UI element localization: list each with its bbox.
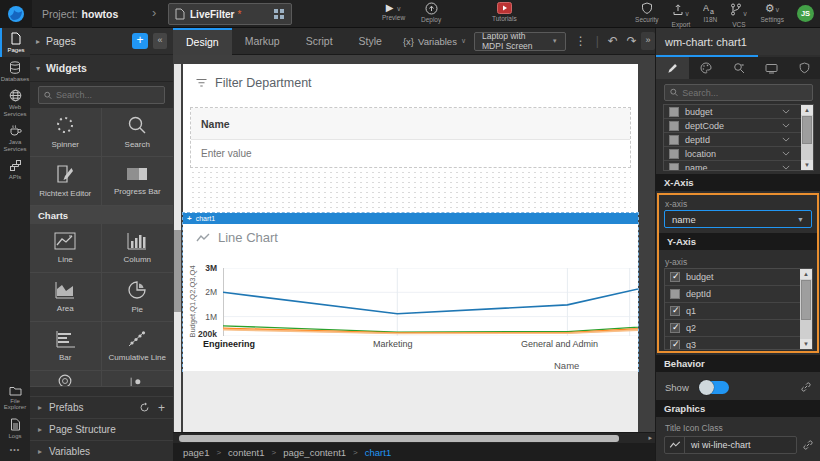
breadcrumb-page1[interactable]: page1 (183, 447, 209, 458)
move-icon[interactable]: + (187, 214, 192, 223)
vcs-button[interactable]: ∨ VCS (730, 2, 747, 28)
tab-device[interactable] (755, 57, 788, 79)
tab-properties[interactable] (656, 57, 689, 79)
undo-button[interactable]: ↶ (608, 34, 618, 48)
tab-security[interactable] (788, 57, 820, 79)
scroll-right-arrow[interactable]: ▸ (648, 434, 652, 442)
widget-search-input[interactable] (56, 90, 159, 100)
breadcrumb-chart1[interactable]: chart1 (365, 447, 391, 458)
name-field-input[interactable] (201, 148, 620, 159)
variables-dropdown[interactable]: {x} Variables ∨ (403, 36, 466, 47)
widget-progress-bar[interactable]: Progress Bar (102, 157, 174, 206)
scrollbar-thumb[interactable] (802, 116, 812, 144)
refresh-icon[interactable] (139, 402, 150, 413)
bind-link-icon[interactable] (800, 381, 812, 393)
tab-search-props[interactable] (722, 57, 755, 79)
widgets-section-header[interactable]: ▾ Widgets (30, 55, 173, 82)
chart-widget[interactable]: + chart1 Line Chart Budget,Q1,Q2,Q3,Q4 3… (183, 213, 638, 371)
list-scrollbar[interactable]: ▲ ▼ (800, 269, 812, 349)
redo-button[interactable]: ↷ (627, 34, 637, 48)
prefabs-section[interactable]: ▸ Prefabs + (30, 396, 173, 418)
selected-widget-header[interactable]: + chart1 (183, 213, 638, 224)
breadcrumb-content1[interactable]: content1 (228, 447, 264, 458)
page-preview[interactable]: Filter Department Name + chart1 Line Cha… (183, 64, 638, 432)
page-tab-livefilter[interactable]: LiveFilter * (168, 3, 292, 25)
expand-right-button[interactable]: » (641, 32, 655, 50)
show-toggle[interactable] (699, 381, 729, 394)
x-axis-section-header[interactable]: X-Axis (656, 174, 820, 191)
widget-line-chart[interactable]: Line (30, 224, 102, 273)
widget-search-tile[interactable]: Search (102, 108, 174, 157)
rail-item-java-services[interactable]: Java Services (0, 120, 30, 155)
properties-search-input[interactable] (682, 88, 807, 98)
add-prefab-button[interactable]: + (158, 401, 165, 415)
livefilter-field-group[interactable]: Name (190, 107, 631, 168)
y-field-row-q2[interactable]: q2 (665, 320, 812, 337)
checkbox[interactable] (670, 306, 680, 316)
field-row-deptid[interactable]: deptId (664, 133, 813, 147)
tab-style[interactable]: Style (346, 28, 395, 55)
collapse-panel-button[interactable]: « (153, 33, 167, 49)
field-row-deptcode[interactable]: deptCode (664, 119, 813, 133)
x-axis-select[interactable]: name ▼ (664, 210, 812, 228)
chevron-down-icon[interactable] (782, 137, 790, 142)
widget-column-chart[interactable]: Column (102, 224, 174, 273)
breadcrumb-page-content1[interactable]: page_content1 (283, 447, 346, 458)
design-canvas[interactable]: Filter Department Name + chart1 Line Cha… (173, 55, 655, 432)
checkbox[interactable] (669, 149, 679, 159)
widget-donut-chart[interactable] (30, 371, 102, 387)
field-row-budget[interactable]: budget (664, 105, 813, 119)
scroll-up-arrow[interactable]: ▲ (801, 105, 813, 115)
deploy-button[interactable]: Deploy (421, 2, 441, 23)
behavior-section-header[interactable]: Behavior (656, 355, 820, 372)
kebab-menu[interactable]: ⋮ (575, 34, 587, 48)
y-field-row-q3[interactable]: q3 (665, 337, 812, 350)
widget-richtext-editor[interactable]: Richtext Editor (30, 157, 102, 206)
rail-item-file-explorer[interactable]: File Explorer (0, 381, 30, 414)
field-row-location[interactable]: location (664, 147, 813, 161)
y-axis-section-header[interactable]: Y-Axis (659, 233, 818, 250)
widget-search[interactable] (38, 86, 165, 104)
rail-item-logs[interactable]: Logs (0, 414, 30, 443)
rail-overflow-button[interactable]: ••• (0, 442, 30, 457)
checkbox[interactable] (670, 340, 680, 350)
rail-item-web-services[interactable]: Web Services (0, 85, 30, 120)
checkbox[interactable] (670, 289, 680, 299)
widget-bar-chart[interactable]: Bar (30, 322, 102, 371)
tab-design[interactable]: Design (173, 28, 232, 55)
tutorials-button[interactable]: Tutorials (492, 2, 517, 22)
y-field-row-deptid[interactable]: deptId (665, 286, 812, 303)
device-selector[interactable]: Laptop with MDPI Screen ▼ (474, 32, 566, 51)
scrollbar-thumb[interactable] (174, 230, 181, 312)
checkbox[interactable] (669, 107, 679, 117)
chevron-down-icon[interactable] (782, 123, 790, 128)
widget-bubble-chart[interactable] (102, 371, 174, 387)
scroll-down-arrow[interactable]: ▼ (801, 160, 813, 170)
tab-markup[interactable]: Markup (232, 28, 293, 55)
properties-search[interactable] (664, 84, 813, 101)
y-field-row-q1[interactable]: q1 (665, 303, 812, 320)
bind-link-icon[interactable] (802, 439, 814, 451)
tab-script[interactable]: Script (293, 28, 346, 55)
widget-spinner[interactable]: Spinner (30, 108, 102, 157)
i18n-button[interactable]: Aa I18N (703, 2, 717, 23)
scroll-up-arrow[interactable]: ▲ (800, 269, 812, 279)
wavemaker-logo-icon[interactable] (0, 0, 32, 28)
canvas-vertical-scrollbar[interactable] (174, 64, 181, 432)
rail-item-apis[interactable]: APIs (0, 155, 30, 184)
settings-button[interactable]: ⚙∨ Settings (761, 2, 785, 23)
checkbox[interactable] (669, 135, 679, 145)
graphics-section-header[interactable]: Graphics (656, 400, 820, 417)
preview-button[interactable]: ▶ ∨ Preview (382, 2, 405, 21)
widget-area-chart[interactable]: Area (30, 273, 102, 322)
variables-section[interactable]: ▸ Variables (30, 440, 173, 461)
grid-icon[interactable] (273, 8, 285, 20)
chevron-down-icon[interactable] (782, 109, 790, 114)
field-row-name[interactable]: name (664, 161, 813, 171)
tab-styles[interactable] (689, 57, 722, 79)
widget-cumulative-line-chart[interactable]: Cumulative Line (102, 322, 174, 371)
drop-zone[interactable] (190, 170, 631, 212)
page-structure-section[interactable]: ▸ Page Structure (30, 418, 173, 440)
chevron-down-icon[interactable] (782, 151, 790, 156)
rail-item-databases[interactable]: Databases (0, 57, 30, 86)
